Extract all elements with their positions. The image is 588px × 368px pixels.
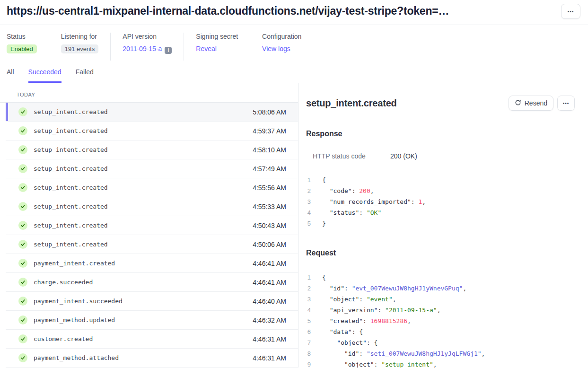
event-list-pane: TODAY setup_intent.created 5:08:06 AM se… (0, 83, 298, 368)
header-more-button[interactable]: ••• (561, 4, 580, 19)
event-name: setup_intent.created (34, 203, 108, 210)
resend-button[interactable]: Resend (509, 96, 553, 111)
event-group-header: TODAY (0, 83, 298, 103)
event-list: setup_intent.created 5:08:06 AM setup_in… (0, 103, 298, 368)
event-row[interactable]: setup_intent.created 4:58:10 AM (6, 140, 298, 159)
code-line: 7 "object": { (306, 337, 575, 348)
event-time: 4:46:41 AM (253, 260, 286, 267)
http-status-label: HTTP status code (313, 152, 390, 160)
event-time: 4:46:31 AM (253, 354, 286, 362)
meta-signing-secret: Signing secret Reveal (196, 33, 250, 61)
request-code-block: 1 { 2 "id": "evt_007WewuJW8hgHJ1yWnevGPu… (306, 272, 575, 368)
code-text: "created": 1698815286, (322, 317, 411, 324)
code-text: "id": "evt_007WewuJW8hgHJ1yWnevGPuq", (322, 285, 466, 292)
event-filter-tabs: All Succeeded Failed (0, 61, 588, 83)
code-line: 8 "id": "seti_007WewuJW8hgHJ1yJqLFWGj1", (306, 348, 575, 359)
http-status-row: HTTP status code 200 (OK) (306, 152, 575, 160)
event-time: 4:46:31 AM (253, 335, 286, 343)
event-row[interactable]: charge.succeeded 4:46:41 AM (6, 273, 298, 292)
line-number: 5 (306, 220, 311, 227)
line-number: 9 (306, 361, 311, 368)
event-name: charge.succeeded (34, 279, 93, 286)
info-icon[interactable]: i (165, 47, 172, 54)
event-row[interactable]: payment_intent.created 4:46:41 AM (6, 254, 298, 273)
tab-all[interactable]: All (7, 68, 14, 83)
event-name: payment_intent.succeeded (34, 298, 123, 305)
event-row[interactable]: setup_intent.created 4:50:06 AM (6, 235, 298, 254)
event-time: 4:57:49 AM (253, 165, 286, 173)
event-row[interactable]: setup_intent.created 4:55:56 AM (6, 178, 298, 197)
signing-secret-label: Signing secret (196, 33, 238, 40)
page-header: https://us-central1-mixpanel-internal-da… (0, 0, 588, 25)
meta-listening-for: Listening for 191 events (61, 33, 111, 61)
code-line: 2 "id": "evt_007WewuJW8hgHJ1yWnevGPuq", (306, 283, 575, 294)
success-check-icon (18, 334, 27, 343)
meta-api-version: API version 2011-09-15-ai (123, 33, 184, 61)
success-check-icon (18, 107, 27, 116)
event-name: payment_method.attached (34, 354, 119, 361)
code-line: 4 "status": "OK" (306, 207, 575, 218)
line-number: 1 (306, 176, 311, 184)
success-check-icon (18, 164, 27, 173)
code-text: } (322, 220, 326, 227)
event-row[interactable]: payment_method.updated 4:46:32 AM (6, 311, 298, 330)
line-number: 5 (306, 317, 311, 324)
event-row[interactable]: setup_intent.created 5:08:06 AM (6, 103, 298, 122)
code-line: 1 { (306, 175, 575, 185)
code-text: "object": { (322, 339, 377, 346)
success-check-icon (18, 240, 27, 249)
success-check-icon (18, 145, 27, 154)
event-row[interactable]: setup_intent.created 4:55:33 AM (6, 197, 298, 216)
code-text: { (322, 176, 326, 184)
code-line: 5 } (306, 218, 575, 229)
api-version-value[interactable]: 2011-09-15-a (123, 45, 162, 53)
event-row[interactable]: setup_intent.created 4:59:37 AM (6, 122, 298, 140)
code-text: "object": "event", (322, 296, 396, 303)
event-row[interactable]: setup_intent.created 4:57:49 AM (6, 159, 298, 178)
webhook-endpoint-url: https://us-central1-mixpanel-internal-da… (7, 5, 555, 18)
event-row[interactable]: setup_intent.created 4:50:43 AM (6, 216, 298, 235)
code-text: "status": "OK" (322, 209, 381, 216)
code-text: "data": { (322, 328, 363, 335)
meta-status: Status Enabled (7, 33, 49, 61)
api-version-label: API version (123, 33, 172, 40)
event-name: setup_intent.created (34, 108, 108, 115)
event-time: 4:50:06 AM (253, 241, 286, 248)
tab-failed[interactable]: Failed (76, 68, 94, 83)
code-text: "id": "seti_007WewuJW8hgHJ1yJqLFWGj1", (322, 350, 485, 357)
success-check-icon (18, 278, 27, 287)
event-time: 4:58:10 AM (253, 146, 286, 154)
event-row[interactable]: payment_method.attached 4:46:31 AM (6, 349, 298, 368)
response-code-block: 1 { 2 "code": 200, 3 "num_records_import… (306, 175, 575, 229)
event-time: 4:55:56 AM (253, 184, 286, 192)
code-line: 5 "created": 1698815286, (306, 315, 575, 326)
event-row[interactable]: customer.created 4:46:31 AM (6, 330, 298, 349)
event-time: 4:46:32 AM (253, 316, 286, 324)
ellipsis-icon: ••• (563, 101, 570, 106)
event-name: setup_intent.created (34, 165, 108, 172)
main-content: TODAY setup_intent.created 5:08:06 AM se… (0, 83, 588, 368)
tab-succeeded[interactable]: Succeeded (28, 68, 61, 83)
event-row[interactable]: payment_intent.succeeded 4:46:40 AM (6, 292, 298, 311)
success-check-icon (18, 297, 27, 306)
line-number: 4 (306, 209, 311, 216)
code-line: 2 "code": 200, (306, 185, 575, 196)
success-check-icon (18, 183, 27, 192)
detail-more-button[interactable]: ••• (557, 96, 575, 111)
view-logs-link[interactable]: View logs (262, 45, 290, 53)
reveal-secret-link[interactable]: Reveal (196, 45, 217, 53)
code-text: "object": "setup_intent", (322, 361, 437, 368)
meta-configuration: Configuration View logs (262, 33, 313, 61)
code-line: 3 "num_records_imported": 1, (306, 196, 575, 207)
status-badge: Enabled (7, 44, 37, 53)
code-line: 9 "object": "setup_intent", (306, 359, 575, 368)
event-time: 4:46:40 AM (253, 298, 286, 305)
event-detail-pane: setup_intent.created Resend ••• Response… (298, 83, 588, 368)
detail-actions: Resend ••• (509, 96, 575, 111)
event-name: setup_intent.created (34, 127, 108, 134)
detail-header: setup_intent.created Resend ••• (306, 96, 575, 111)
line-number: 6 (306, 328, 311, 335)
event-name: setup_intent.created (34, 241, 108, 248)
resend-refresh-icon (515, 99, 521, 107)
configuration-label: Configuration (262, 33, 301, 40)
